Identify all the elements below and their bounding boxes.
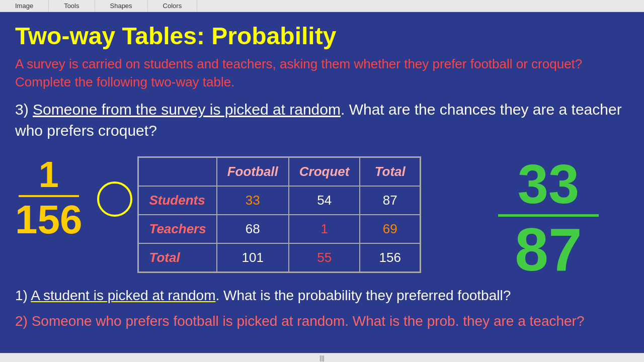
menu-tools[interactable]: Tools — [49, 0, 95, 12]
fraction-right-numerator: 33 — [518, 156, 579, 212]
menu-shapes[interactable]: Shapes — [95, 0, 148, 12]
students-croquet: 54 — [289, 186, 360, 215]
teachers-label: Teachers — [138, 215, 217, 243]
fraction-left-numerator: 1 — [39, 156, 59, 193]
fraction-left-denominator: 156 — [15, 200, 82, 240]
main-area: 1 156 Football Croquet Total — [15, 151, 629, 273]
table-row-total: Total 101 55 156 — [138, 243, 420, 273]
table-row-students: Students 33 54 87 — [138, 186, 420, 215]
q1-underlined: A student is picked at random — [31, 288, 215, 303]
main-content: Two-way Tables: Probability A survey is … — [0, 12, 644, 341]
menu-colors[interactable]: Colors — [148, 0, 198, 12]
table-header-football: Football — [217, 157, 289, 186]
q1-prefix: 1) — [15, 288, 31, 303]
menu-bar: Image Tools Shapes Colors — [0, 0, 644, 12]
table-header-croquet: Croquet — [289, 157, 360, 186]
teachers-croquet: 1 — [289, 215, 360, 243]
page-title: Two-way Tables: Probability — [15, 22, 629, 50]
description-text: A survey is carried on students and teac… — [15, 55, 629, 92]
students-football: 33 — [217, 186, 289, 215]
teachers-total: 69 — [360, 215, 420, 243]
table-header-empty — [138, 157, 217, 186]
menu-image[interactable]: Image — [0, 0, 49, 12]
table-row-teachers: Teachers 68 1 69 — [138, 215, 420, 243]
total-label: Total — [138, 243, 217, 273]
q3-underlined: Someone from the survey is picked at ran… — [33, 101, 341, 118]
question3: 3) Someone from the survey is picked at … — [15, 99, 629, 141]
teachers-football: 68 — [217, 215, 289, 243]
circle — [97, 182, 132, 217]
fraction-left: 1 156 — [15, 156, 82, 240]
q1-suffix: . What is the probability they preferred… — [215, 288, 511, 303]
table-header-total: Total — [360, 157, 420, 186]
total-croquet: 55 — [289, 243, 360, 273]
total-football: 101 — [217, 243, 289, 273]
q3-prefix: 3) — [15, 101, 33, 118]
table-container: Football Croquet Total Students 33 54 87 — [137, 156, 421, 273]
fraction-right-denominator: 87 — [515, 219, 582, 280]
two-way-table: Football Croquet Total Students 33 54 87 — [137, 156, 421, 273]
circle-annotation — [97, 182, 132, 217]
fraction-right: 33 87 — [498, 156, 599, 280]
students-label: Students — [138, 186, 217, 215]
status-bar: ||| — [0, 353, 644, 362]
table-header-row: Football Croquet Total — [138, 157, 420, 186]
question2: 2) Someone who prefers football is picke… — [15, 311, 629, 331]
question1: 1) A student is picked at random. What i… — [15, 286, 629, 305]
total-total: 156 — [360, 243, 420, 273]
status-text: ||| — [319, 354, 324, 361]
students-total: 87 — [360, 186, 420, 215]
